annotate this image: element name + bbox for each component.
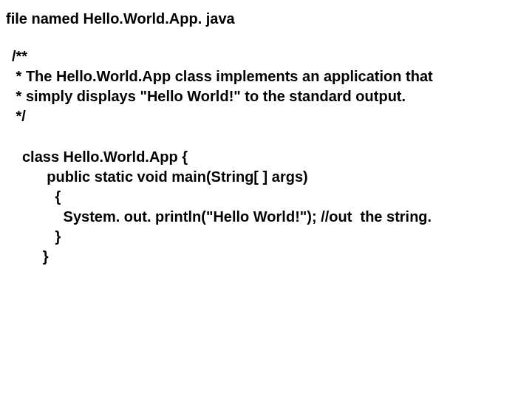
code-line: } — [22, 247, 526, 267]
comment-line: */ — [12, 106, 526, 126]
code-line: { — [22, 187, 526, 207]
code-line: System. out. println("Hello World!"); //… — [22, 207, 526, 227]
comment-line: * The Hello.World.App class implements a… — [12, 66, 526, 86]
javadoc-comment: /** * The Hello.World.App class implemen… — [12, 47, 526, 126]
code-line: } — [22, 227, 526, 247]
comment-line: * simply displays "Hello World!" to the … — [12, 86, 526, 106]
code-line: public static void main(String[ ] args) — [22, 167, 526, 187]
code-block: class Hello.World.App { public static vo… — [22, 147, 526, 267]
file-title: file named Hello.World.App. java — [6, 9, 526, 29]
comment-line: /** — [12, 47, 526, 66]
code-line: class Hello.World.App { — [22, 147, 526, 167]
